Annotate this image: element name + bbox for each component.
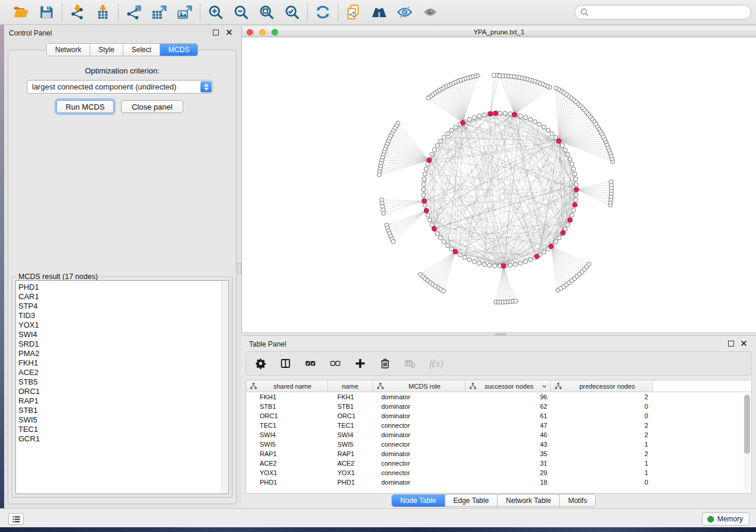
zoom-in-icon[interactable] bbox=[208, 4, 224, 20]
share-document-icon[interactable] bbox=[346, 4, 362, 20]
delete-row-icon[interactable] bbox=[379, 358, 391, 369]
open-file-icon[interactable] bbox=[13, 4, 29, 20]
zoom-fit-icon[interactable] bbox=[259, 4, 275, 20]
show-columns-icon[interactable] bbox=[280, 358, 291, 369]
mcds-result-item[interactable]: STP4 bbox=[18, 302, 219, 311]
mcds-result-item[interactable]: PHD1 bbox=[18, 283, 219, 292]
float-window-icon[interactable] bbox=[728, 341, 734, 347]
network-window-titlebar[interactable]: YPA_prune.txt_1 bbox=[242, 27, 756, 37]
mcds-result-item[interactable]: TEC1 bbox=[18, 425, 219, 434]
table-row[interactable]: STB1STB1dominator620 bbox=[246, 402, 751, 411]
table-cell: 2 bbox=[551, 422, 653, 429]
mcds-result-item[interactable]: STB1 bbox=[18, 406, 219, 415]
mcds-result-item[interactable]: GCR1 bbox=[18, 434, 219, 444]
table-cell: YOX1 bbox=[328, 469, 373, 476]
task-history-button[interactable] bbox=[8, 513, 24, 525]
tab-select[interactable]: Select bbox=[123, 44, 160, 56]
optimization-criterion-label: Optimization criterion: bbox=[8, 66, 236, 75]
table-cell: 61 bbox=[465, 412, 551, 419]
table-cell: 1 bbox=[551, 469, 653, 476]
vertical-splitter-handle[interactable] bbox=[237, 263, 241, 274]
column-header-predecessor-nodes[interactable]: predecessor nodes bbox=[551, 380, 653, 392]
mcds-result-item[interactable]: ORC1 bbox=[18, 387, 219, 396]
mcds-result-item[interactable]: PMA2 bbox=[18, 349, 219, 358]
table-row[interactable]: RAP1RAP1dominator352 bbox=[246, 449, 751, 459]
export-image-icon[interactable] bbox=[177, 4, 193, 20]
table-cell: 2 bbox=[551, 431, 653, 438]
search-network-icon[interactable] bbox=[371, 4, 387, 20]
save-session-icon[interactable] bbox=[39, 4, 55, 20]
optimization-criterion-select[interactable]: largest connected component (undirected) bbox=[27, 80, 213, 94]
table-row[interactable]: ORC1ORC1dominator610 bbox=[246, 411, 751, 421]
table-scrollbar-thumb[interactable] bbox=[744, 395, 750, 454]
add-row-icon[interactable] bbox=[355, 358, 366, 369]
column-header-name[interactable]: name bbox=[328, 380, 373, 392]
table-cell: SWI5 bbox=[246, 441, 328, 448]
table-row[interactable]: FKH1FKH1dominator962 bbox=[246, 392, 751, 402]
table-cell: connector bbox=[373, 469, 465, 476]
table-cell: 43 bbox=[465, 441, 551, 448]
refresh-icon[interactable] bbox=[315, 4, 331, 20]
table-cell: SWI4 bbox=[328, 431, 373, 438]
table-row[interactable]: YOX1YOX1connector291 bbox=[246, 468, 751, 477]
table-scrollbar[interactable] bbox=[744, 394, 750, 492]
memory-status-icon bbox=[707, 516, 714, 523]
column-header-label: successor nodes bbox=[477, 383, 541, 390]
column-header-shared-name[interactable]: shared name bbox=[246, 380, 328, 392]
table-panel-tabs: Node Table Edge Table Network Table Moti… bbox=[391, 494, 596, 507]
memory-button[interactable]: Memory bbox=[702, 512, 749, 525]
network-window-title: YPA_prune.txt_1 bbox=[242, 28, 756, 36]
mcds-result-item[interactable]: YOX1 bbox=[18, 321, 219, 330]
tab-style[interactable]: Style bbox=[90, 44, 123, 56]
show-all-icon[interactable] bbox=[422, 4, 438, 20]
hide-selected-icon[interactable] bbox=[397, 4, 413, 20]
close-icon[interactable] bbox=[226, 29, 232, 36]
select-all-icon[interactable] bbox=[305, 358, 316, 369]
table-cell: 1 bbox=[551, 441, 653, 448]
search-input[interactable] bbox=[575, 5, 751, 20]
table-cell: RAP1 bbox=[328, 450, 373, 457]
mcds-result-item[interactable]: ACE2 bbox=[18, 368, 219, 377]
mcds-result-item[interactable]: RAP1 bbox=[18, 396, 219, 406]
tab-network[interactable]: Network bbox=[47, 44, 90, 56]
mcds-result-item[interactable]: STB5 bbox=[18, 377, 219, 387]
unselect-all-icon[interactable] bbox=[330, 358, 341, 369]
result-list-scrollbar[interactable] bbox=[221, 281, 228, 493]
horizontal-splitter-handle[interactable] bbox=[495, 334, 506, 335]
mcds-result-item[interactable]: SWI4 bbox=[18, 330, 219, 339]
table-cell: 62 bbox=[465, 403, 551, 410]
column-header-MCDS-role[interactable]: MCDS role bbox=[373, 380, 465, 392]
table-panel: Table Panel f(x) shared namenameMCDS rol… bbox=[241, 336, 756, 508]
table-row[interactable]: ACE2ACE2connector311 bbox=[246, 459, 751, 468]
zoom-selected-icon[interactable] bbox=[284, 4, 300, 20]
mcds-result-item[interactable]: SWI5 bbox=[18, 415, 219, 425]
import-table-icon[interactable] bbox=[95, 4, 111, 20]
mcds-result-item[interactable]: CAR1 bbox=[18, 292, 219, 302]
column-header-successor-nodes[interactable]: successor nodes bbox=[465, 380, 551, 392]
tab-motifs[interactable]: Motifs bbox=[560, 495, 595, 507]
table-cell: dominator bbox=[373, 479, 465, 486]
export-network-icon[interactable] bbox=[126, 4, 142, 20]
zoom-out-icon[interactable] bbox=[233, 4, 249, 20]
close-panel-button[interactable]: Close panel bbox=[121, 100, 183, 113]
table-row[interactable]: PHD1PHD1dominator180 bbox=[246, 477, 751, 487]
network-canvas[interactable] bbox=[242, 37, 756, 332]
mcds-result-list[interactable]: PHD1CAR1STP4TID3YOX1SWI4SRD1PMA2FKH1ACE2… bbox=[15, 280, 229, 494]
tab-node-table[interactable]: Node Table bbox=[392, 495, 445, 507]
tab-network-table[interactable]: Network Table bbox=[497, 495, 560, 507]
float-window-icon[interactable] bbox=[213, 30, 219, 36]
import-network-icon[interactable] bbox=[69, 4, 85, 20]
export-table-icon[interactable] bbox=[151, 4, 167, 20]
tab-mcds[interactable]: MCDS bbox=[160, 44, 197, 56]
table-cell: 18 bbox=[465, 479, 551, 486]
table-row[interactable]: SWI5SWI5connector431 bbox=[246, 440, 751, 449]
mcds-result-item[interactable]: FKH1 bbox=[18, 358, 219, 368]
table-row[interactable]: SWI4SWI4dominator462 bbox=[246, 430, 751, 440]
tab-edge-table[interactable]: Edge Table bbox=[445, 495, 498, 507]
close-icon[interactable] bbox=[741, 340, 747, 347]
settings-gear-icon[interactable] bbox=[255, 358, 266, 369]
run-mcds-button[interactable]: Run MCDS bbox=[56, 100, 114, 113]
table-row[interactable]: TEC1TEC1connector472 bbox=[246, 421, 751, 430]
mcds-result-item[interactable]: SRD1 bbox=[18, 339, 219, 349]
mcds-result-item[interactable]: TID3 bbox=[18, 311, 219, 321]
